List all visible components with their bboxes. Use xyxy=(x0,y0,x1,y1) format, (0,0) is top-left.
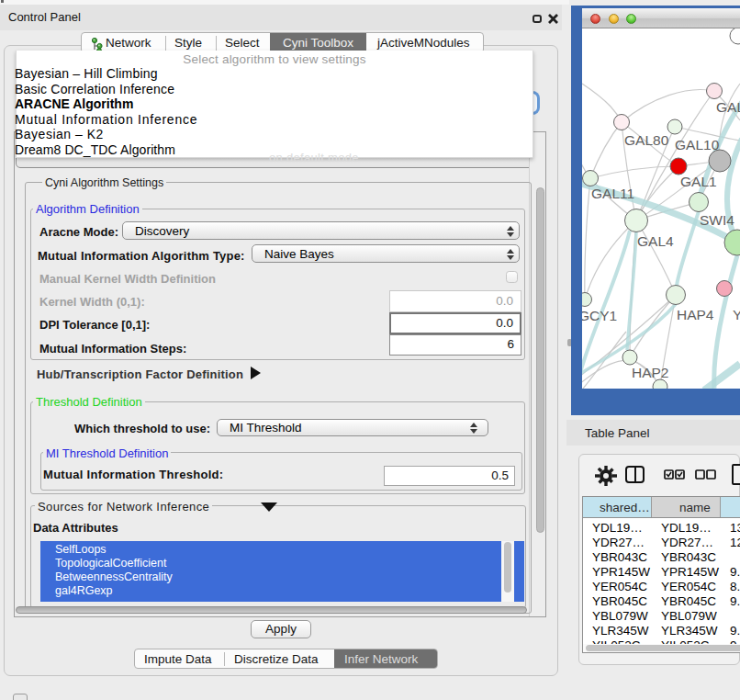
svg-text:GAL10: GAL10 xyxy=(675,137,720,152)
svg-text:GCY1: GCY1 xyxy=(582,308,617,323)
svg-text:GAL80: GAL80 xyxy=(624,132,669,148)
svg-text:HAP4: HAP4 xyxy=(677,307,714,322)
svg-text:GAL11: GAL11 xyxy=(591,186,634,201)
svg-text:SWI4: SWI4 xyxy=(700,212,734,228)
svg-text:GAL4: GAL4 xyxy=(637,233,674,249)
svg-text:YJ: YJ xyxy=(733,307,740,322)
svg-text:GAL2: GAL2 xyxy=(716,99,740,115)
svg-text:HAP2: HAP2 xyxy=(632,365,669,380)
svg-text:GAL1: GAL1 xyxy=(680,174,717,189)
